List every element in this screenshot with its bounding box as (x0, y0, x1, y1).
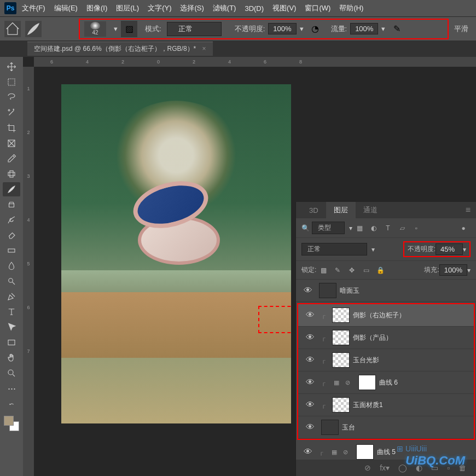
visibility-icon[interactable]: 👁 (300, 286, 316, 295)
more-tools-icon[interactable]: ⋯ (3, 381, 20, 396)
menu-edit[interactable]: 编辑(E) (54, 3, 78, 13)
visibility-icon[interactable]: 👁 (303, 378, 318, 387)
link-layers-icon[interactable]: ⊘ (364, 463, 371, 472)
eraser-tool[interactable] (3, 228, 20, 242)
blur-tool[interactable] (3, 259, 20, 273)
brush-preview[interactable]: 42 (84, 21, 106, 37)
lock-paint-icon[interactable]: ✎ (333, 265, 343, 275)
fill-value[interactable]: 100% (439, 264, 467, 276)
brush-settings-icon[interactable]: ▨ (121, 21, 137, 37)
visibility-icon[interactable]: 👁 (303, 333, 318, 343)
menu-image[interactable]: 图像(I) (86, 3, 107, 13)
ruler-horizontal[interactable]: 64202468 (34, 57, 476, 67)
layer-thumbnail[interactable] (332, 397, 350, 413)
menu-view[interactable]: 视图(V) (272, 3, 296, 13)
fx-icon[interactable]: fx▾ (380, 463, 390, 472)
crop-tool[interactable] (3, 121, 20, 135)
tab-layers[interactable]: 图层 (326, 202, 356, 218)
pressure-opacity-icon[interactable]: ◔ (307, 21, 323, 37)
panel-opacity-value[interactable]: 45% (436, 243, 463, 255)
tab-3d[interactable]: 3D (301, 203, 326, 218)
menu-file[interactable]: 文件(F) (22, 3, 45, 13)
brush-tool-icon[interactable] (25, 21, 42, 37)
dodge-tool[interactable] (3, 274, 20, 288)
pen-tool[interactable] (3, 289, 20, 304)
layer-name[interactable]: 倒影（产品） (353, 333, 392, 343)
layer-thumbnail[interactable] (358, 375, 376, 390)
layer-row[interactable]: 👁 暗面玉 (296, 280, 476, 302)
history-brush-tool[interactable] (3, 213, 20, 227)
canvas[interactable] (61, 84, 291, 423)
layer-row[interactable]: 👁┌ 玉台光影 (298, 349, 474, 371)
layer-name[interactable]: 曲线 5 (377, 448, 396, 457)
layer-row[interactable]: 👁 玉台 (298, 416, 474, 439)
layer-thumbnail[interactable] (332, 330, 350, 345)
move-tool[interactable] (3, 60, 20, 74)
tab-channels[interactable]: 通道 (356, 202, 385, 218)
visibility-icon[interactable]: 👁 (303, 310, 318, 320)
filter-adjust-icon[interactable]: ◐ (369, 223, 379, 233)
home-icon[interactable] (4, 21, 21, 37)
lasso-tool[interactable] (3, 90, 20, 105)
layer-name[interactable]: 暗面玉 (340, 286, 359, 295)
visibility-icon[interactable]: 👁 (300, 447, 316, 457)
magic-wand-tool[interactable] (3, 106, 20, 120)
hand-tool[interactable] (3, 351, 20, 365)
layer-row[interactable]: 👁┌ 倒影（产品） (298, 327, 474, 349)
visibility-icon[interactable]: 👁 (303, 400, 318, 410)
document-tab[interactable]: 空间搭建.psd @ 66.6%（倒影（右边柜子），RGB/8）* × (27, 42, 213, 56)
layer-name[interactable]: 玉台光影 (353, 356, 379, 365)
layer-thumbnail[interactable] (332, 307, 350, 323)
frame-tool[interactable] (3, 136, 20, 150)
lock-position-icon[interactable]: ✥ (347, 265, 357, 275)
panel-menu-icon[interactable]: ≡ (466, 205, 471, 215)
visibility-icon[interactable]: 👁 (303, 422, 318, 432)
ruler-vertical[interactable]: 1234567 (23, 67, 34, 476)
path-select-tool[interactable] (3, 320, 20, 334)
swap-colors-icon[interactable]: ⤺ (3, 397, 20, 411)
zoom-tool[interactable] (3, 366, 20, 380)
menu-3d[interactable]: 3D(D) (245, 4, 264, 13)
menu-window[interactable]: 窗口(W) (305, 3, 330, 13)
layer-row[interactable]: 👁┌▦⊘ 曲线 6 (298, 371, 474, 394)
filter-shape-icon[interactable]: ▱ (397, 223, 407, 233)
gradient-tool[interactable] (3, 243, 20, 258)
color-swatches[interactable] (4, 416, 19, 431)
layer-row[interactable]: 👁┌ 玉面材质1 (298, 394, 474, 416)
flow-value[interactable]: 100% (350, 23, 378, 34)
filter-type-icon[interactable]: T (383, 223, 393, 233)
tab-close-icon[interactable]: × (202, 45, 206, 53)
fg-color[interactable] (4, 416, 14, 426)
filter-pixel-icon[interactable]: ▦ (355, 223, 364, 233)
mode-select[interactable]: 正常 (167, 22, 222, 36)
menu-help[interactable]: 帮助(H) (339, 3, 363, 13)
rectangle-tool[interactable] (3, 335, 20, 350)
brush-tool[interactable] (3, 182, 20, 196)
layer-name[interactable]: 倒影（右边柜子） (353, 311, 405, 320)
lock-all-icon[interactable]: 🔒 (375, 265, 385, 275)
ps-logo[interactable]: Ps (4, 2, 16, 14)
filter-type-select[interactable]: 类型 (312, 222, 345, 234)
layer-thumbnail[interactable] (332, 352, 350, 368)
menu-text[interactable]: 文字(Y) (148, 3, 171, 13)
marquee-tool[interactable] (3, 75, 20, 89)
airbrush-icon[interactable]: ✎ (388, 21, 405, 37)
filter-smart-icon[interactable]: ▫ (411, 223, 421, 233)
filter-toggle-icon[interactable]: ● (458, 223, 468, 233)
layer-thumbnail[interactable] (356, 444, 374, 460)
lock-transparency-icon[interactable]: ▩ (318, 265, 328, 275)
layer-row[interactable]: 👁┌ 倒影（右边柜子） (298, 304, 474, 327)
layer-thumbnail[interactable] (321, 420, 339, 435)
clone-stamp-tool[interactable] (3, 198, 20, 212)
search-icon[interactable]: 🔍 (301, 224, 310, 232)
healing-tool[interactable] (3, 167, 20, 181)
blend-mode-select[interactable]: 正常 (301, 243, 367, 256)
menu-select[interactable]: 选择(S) (180, 3, 204, 13)
layer-thumbnail[interactable] (319, 283, 336, 298)
menu-layer[interactable]: 图层(L) (116, 3, 139, 13)
visibility-icon[interactable]: 👁 (303, 355, 318, 365)
layer-name[interactable]: 玉台 (342, 423, 355, 432)
eyedropper-tool[interactable] (3, 152, 20, 166)
lock-artboard-icon[interactable]: ▭ (361, 265, 371, 275)
opacity-value[interactable]: 100% (268, 23, 296, 34)
